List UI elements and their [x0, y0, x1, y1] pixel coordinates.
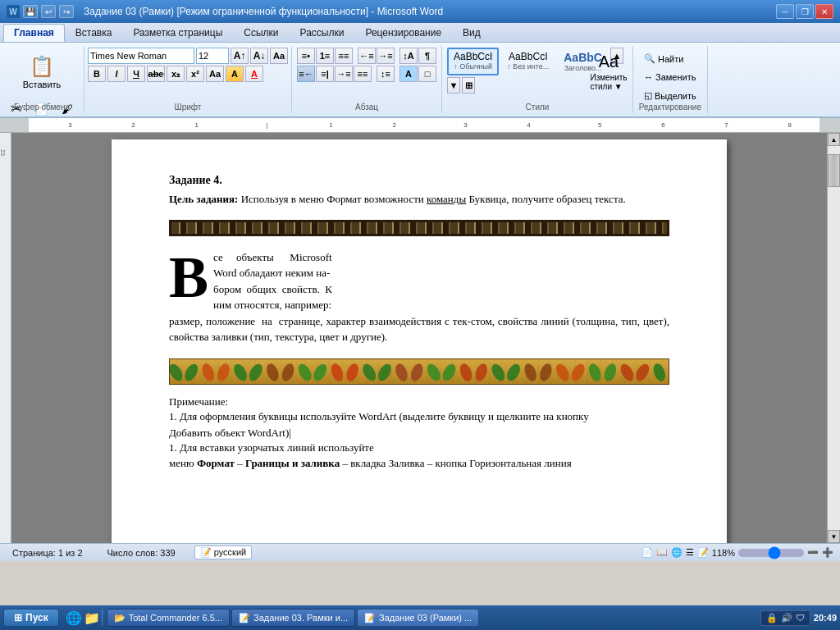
close-btn[interactable]: ✕: [815, 4, 833, 19]
tab-home[interactable]: Главная: [3, 24, 65, 42]
view-normal-btn[interactable]: 📄: [641, 547, 653, 558]
language-btn[interactable]: 📝 русский: [194, 546, 253, 559]
system-tray: 🔒 🔊 🛡: [760, 610, 810, 626]
tc-label: Total Commander 6.5...: [129, 613, 222, 623]
font-name-select[interactable]: [88, 48, 194, 64]
change-styles-btn[interactable]: Аa Изменить стили ▼: [588, 49, 629, 94]
highlight-btn[interactable]: A: [226, 66, 244, 82]
bullets-btn[interactable]: ≡•: [297, 48, 315, 64]
word-icon: ВставитьW: [7, 5, 20, 18]
style-normal-btn[interactable]: AaBbCcI ↑ Обычный: [447, 48, 499, 75]
scroll-track[interactable]: [828, 146, 840, 530]
align-center-btn[interactable]: ≡|: [316, 66, 334, 82]
font-color-btn[interactable]: A: [245, 66, 263, 82]
windows-icon: ⊞: [14, 612, 22, 623]
align-left-btn[interactable]: ≡←: [297, 66, 315, 82]
styles-more[interactable]: ⊞: [462, 77, 475, 94]
svg-point-22: [523, 362, 539, 383]
main-area: 1314151617181920212223 Задание 4. Цель з…: [0, 133, 840, 543]
document-area[interactable]: Задание 4. Цель задания: Используя в мен…: [11, 133, 827, 543]
tab-insert[interactable]: Вставка: [65, 24, 123, 42]
zadanie2-label: Задание 03 (Рамки) ...: [379, 613, 472, 623]
replace-btn[interactable]: ↔ Заменить: [638, 70, 702, 84]
tab-page-layout[interactable]: Разметка страницы: [122, 24, 233, 42]
clear-format-btn[interactable]: Aa: [270, 48, 288, 64]
decrease-indent-btn[interactable]: ←≡: [358, 48, 376, 64]
redo-quick-btn[interactable]: ↪: [59, 5, 74, 18]
zoom-slider[interactable]: [738, 549, 804, 557]
tab-mailings[interactable]: Рассылки: [290, 24, 355, 42]
taskbar-icon-ie[interactable]: 🌐: [66, 610, 82, 626]
tab-review[interactable]: Рецензирование: [354, 24, 452, 42]
minimize-btn[interactable]: ─: [776, 4, 794, 19]
title-bar-left: ВставитьW 💾 ↩ ↪ Задание 03 (Рамки) [Режи…: [7, 5, 443, 18]
scroll-down-btn[interactable]: ▼: [828, 530, 840, 543]
tab-references[interactable]: Ссылки: [233, 24, 289, 42]
find-btn[interactable]: 🔍 Найти: [638, 51, 702, 66]
taskbar-btn-zadanie-1[interactable]: 📝 Задание 03. Рамки и...: [231, 609, 355, 627]
taskbar-btn-total-commander[interactable]: 📂 Total Commander 6.5...: [107, 609, 230, 627]
style-no-spacing-btn[interactable]: AaBbCcI ↑ Без инте...: [500, 48, 555, 75]
styles-scroll-down[interactable]: ▼: [447, 77, 460, 94]
zoom-in-btn[interactable]: ➕: [822, 547, 833, 558]
strikethrough-btn[interactable]: abe: [147, 66, 165, 82]
zoom-out-btn[interactable]: ➖: [807, 547, 819, 558]
align-justify-btn[interactable]: ≡≡: [354, 66, 372, 82]
subscript-btn[interactable]: x₂: [167, 66, 185, 82]
svg-point-12: [360, 362, 379, 383]
view-draft-btn[interactable]: 📝: [697, 547, 709, 558]
tab-view[interactable]: Вид: [452, 24, 491, 42]
ribbon: 📋 Вставить ✂ 📄 🖌 Буфер обмена A↑ A↓ Aa B: [0, 43, 840, 118]
ruler-main[interactable]: 3 2 1 | 1 2 3 4 5 6 7 8: [29, 118, 819, 132]
superscript-btn[interactable]: x²: [186, 66, 204, 82]
view-outline-btn[interactable]: ☰: [686, 547, 694, 558]
select-btn[interactable]: ◱ Выделить: [638, 88, 702, 103]
font-group-label: Шрифт: [84, 103, 291, 112]
shading-btn[interactable]: A: [399, 66, 418, 82]
increase-indent-btn[interactable]: →≡: [377, 48, 395, 64]
font-size-select[interactable]: [196, 48, 229, 64]
notes-item-1: 1. Для оформления буквицы используйте Wo…: [169, 409, 669, 424]
svg-point-3: [215, 362, 231, 383]
svg-point-30: [651, 362, 668, 383]
svg-point-16: [424, 362, 443, 383]
taskbar-btn-zadanie-2[interactable]: 📝 Задание 03 (Рамки) ...: [357, 609, 479, 627]
svg-point-4: [231, 362, 250, 383]
page-status[interactable]: Страница: 1 из 2: [7, 546, 89, 559]
borders-btn[interactable]: □: [418, 66, 436, 82]
undo-quick-btn[interactable]: ↩: [41, 5, 56, 18]
decrease-font-btn[interactable]: A↓: [250, 48, 268, 64]
font-group: A↑ A↓ Aa B I Ч abe x₂ x² Аа A A Шрифт: [84, 46, 292, 113]
vertical-scrollbar[interactable]: ▲ ▼: [827, 133, 840, 543]
paste-button[interactable]: 📋 Вставить: [20, 48, 64, 97]
restore-btn[interactable]: ❐: [796, 4, 814, 19]
underline-btn[interactable]: Ч: [127, 66, 145, 82]
view-reading-btn[interactable]: 📖: [656, 547, 668, 558]
change-case-btn[interactable]: Аа: [206, 66, 224, 82]
italic-btn[interactable]: I: [107, 66, 126, 82]
svg-point-21: [504, 362, 523, 383]
line-spacing-btn[interactable]: ↕≡: [377, 66, 395, 82]
multilevel-btn[interactable]: ≡≡: [335, 48, 353, 64]
sort-btn[interactable]: ↕A: [399, 48, 418, 64]
drop-cap-letter: В: [169, 253, 208, 303]
bold-btn[interactable]: B: [88, 66, 106, 82]
taskbar-icon-folder[interactable]: 📁: [84, 610, 100, 626]
align-right-btn[interactable]: →≡: [335, 66, 353, 82]
start-button[interactable]: ⊞ Пуск: [3, 609, 59, 627]
scroll-thumb[interactable]: [828, 154, 840, 187]
words-status[interactable]: Число слов: 339: [102, 546, 181, 559]
ruler-left-margin: [0, 118, 29, 132]
increase-font-btn[interactable]: A↑: [231, 48, 249, 64]
save-quick-btn[interactable]: 💾: [23, 5, 38, 18]
scroll-up-btn[interactable]: ▲: [828, 133, 840, 146]
word-icon-1: 📝: [239, 613, 250, 623]
status-right: 📄 📖 🌐 ☰ 📝 118% ➖ ➕: [641, 547, 833, 558]
decorative-bottom-border: [169, 358, 669, 385]
status-bar: Страница: 1 из 2 Число слов: 339 📝 русск…: [0, 543, 840, 561]
view-web-btn[interactable]: 🌐: [671, 547, 682, 558]
svg-point-18: [458, 362, 474, 383]
clipboard-group: 📋 Вставить ✂ 📄 🖌 Буфер обмена: [0, 46, 84, 113]
numbering-btn[interactable]: 1≡: [316, 48, 334, 64]
show-formatting-btn[interactable]: ¶: [418, 48, 436, 64]
